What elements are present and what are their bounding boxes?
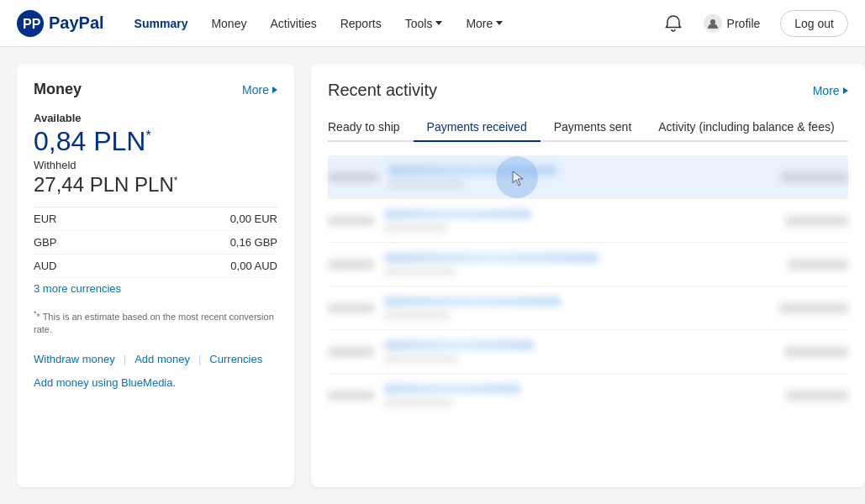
main-content: Money More Available 0,84 PLN* Withheld …: [0, 47, 865, 504]
activity-date: [328, 172, 378, 182]
activity-more-arrow-icon: [843, 87, 848, 94]
activity-amount: [779, 302, 848, 314]
logout-button[interactable]: Log out: [780, 10, 848, 37]
activity-date: [328, 303, 374, 313]
balance-amount: 0,84 PLN*: [34, 126, 277, 157]
nav-activities[interactable]: Activities: [260, 10, 326, 37]
activity-tabs: Ready to ship Payments received Payments…: [328, 113, 848, 142]
main-nav: Summary Money Activities Reports Tools M…: [124, 10, 663, 37]
nav-more[interactable]: More: [456, 10, 513, 37]
nav-money[interactable]: Money: [201, 10, 256, 37]
activity-info: [384, 384, 776, 407]
activity-row[interactable]: [328, 199, 848, 243]
tab-payments-received[interactable]: Payments received: [414, 113, 541, 142]
disclaimer-text: ** This is an estimate based on the most…: [34, 308, 277, 336]
money-more-arrow-icon: [272, 87, 277, 93]
svg-text:PP: PP: [23, 17, 41, 31]
money-panel: Money More Available 0,84 PLN* Withheld …: [17, 64, 294, 487]
activity-date: [328, 347, 374, 357]
tools-chevron-icon: [435, 21, 442, 25]
activity-title: Recent activity: [328, 81, 437, 100]
money-more-link[interactable]: More: [242, 83, 277, 97]
activity-amount: [781, 171, 848, 183]
activity-row[interactable]: [328, 330, 848, 374]
activity-info: [384, 297, 769, 319]
activity-info: [384, 253, 778, 276]
activity-date: [328, 216, 374, 226]
activity-info: [384, 209, 775, 232]
withdraw-money-link[interactable]: Withdraw money: [34, 353, 115, 365]
more-currencies-link[interactable]: 3 more currencies: [34, 282, 121, 295]
main-header: PP PayPal Summary Money Activities Repor…: [0, 0, 865, 47]
activity-panel: Recent activity More Ready to ship Payme…: [311, 64, 865, 487]
activity-amount: [785, 215, 848, 227]
activity-more-link[interactable]: More: [813, 84, 848, 97]
currency-row-aud: AUD 0,00 AUD: [34, 255, 277, 278]
profile-avatar-icon: [704, 14, 722, 33]
tab-activity-balance-fees[interactable]: Activity (including balance & fees): [645, 113, 847, 142]
withheld-label: Withheld: [34, 159, 277, 171]
nav-tools[interactable]: Tools: [395, 10, 453, 37]
money-panel-title: Money: [34, 81, 82, 98]
activity-date: [328, 391, 374, 401]
currency-row-gbp: GBP 0,16 GBP: [34, 231, 277, 255]
activity-row[interactable]: [328, 286, 848, 330]
activity-row[interactable]: [328, 374, 848, 417]
tab-ready-to-ship[interactable]: Ready to ship: [328, 113, 414, 142]
money-actions: Withdraw money | Add money | Currencies: [34, 353, 277, 365]
add-money-link[interactable]: Add money: [134, 353, 190, 365]
separator-2: |: [198, 353, 201, 365]
available-label: Available: [34, 112, 277, 124]
bluemedia-link[interactable]: Add money using BlueMedia.: [34, 376, 176, 389]
currencies-link[interactable]: Currencies: [209, 353, 262, 365]
withheld-amount: 27,44 PLN PLN*: [34, 173, 277, 197]
nav-reports[interactable]: Reports: [330, 10, 392, 37]
currency-table: EUR 0,00 EUR GBP 0,16 GBP AUD 0,00 AUD: [34, 207, 277, 278]
activity-row[interactable]: [328, 243, 848, 286]
more-chevron-icon: [496, 21, 503, 25]
activity-amount: [788, 259, 848, 270]
separator-1: |: [124, 353, 126, 365]
currency-row-eur: EUR 0,00 EUR: [34, 207, 277, 231]
money-panel-header: Money More: [34, 81, 277, 98]
notifications-bell-icon[interactable]: [663, 13, 683, 34]
activity-date: [328, 260, 374, 270]
activity-list: [328, 155, 848, 417]
paypal-wordmark: PayPal: [49, 13, 104, 33]
activity-info: [388, 165, 771, 188]
activity-amount: [784, 346, 848, 358]
paypal-logo[interactable]: PP PayPal: [17, 10, 104, 37]
activity-header: Recent activity More: [328, 81, 848, 100]
tab-payments-sent[interactable]: Payments sent: [541, 113, 646, 142]
profile-button[interactable]: Profile: [694, 9, 771, 38]
profile-label: Profile: [727, 17, 761, 30]
activity-row[interactable]: [328, 155, 848, 199]
nav-summary[interactable]: Summary: [124, 10, 198, 37]
activity-info: [384, 340, 774, 363]
header-right: Profile Log out: [663, 9, 848, 38]
activity-amount: [786, 390, 848, 402]
